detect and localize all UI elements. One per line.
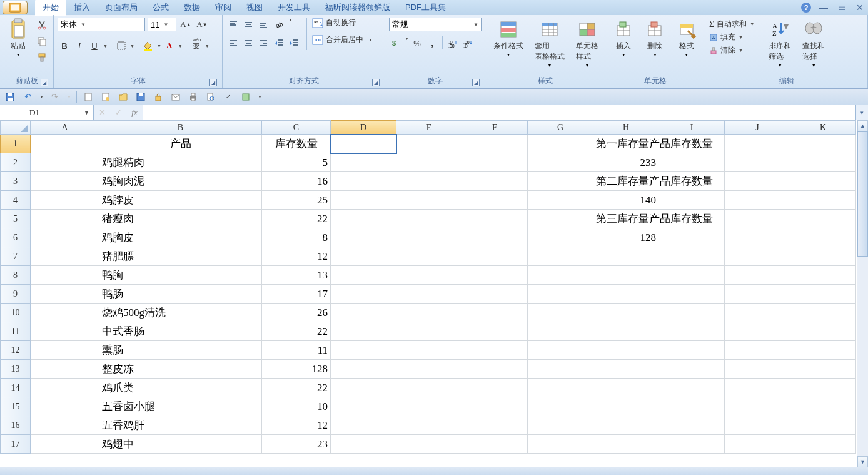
cell-K11[interactable] <box>790 322 856 341</box>
grow-font-button[interactable]: A▲ <box>179 18 193 31</box>
cell-H3[interactable]: 第二库存量产品库存数量 <box>593 172 659 191</box>
help-icon[interactable]: ? <box>801 3 811 13</box>
cell-C7[interactable]: 12 <box>262 247 331 266</box>
tab-页面布局[interactable]: 页面布局 <box>98 0 145 16</box>
cell-D1[interactable] <box>331 135 396 153</box>
cell-I16[interactable] <box>659 416 725 435</box>
cell-K5[interactable] <box>790 210 856 228</box>
align-right-button[interactable] <box>256 36 270 50</box>
cell-G4[interactable] <box>528 191 593 210</box>
row-header-11[interactable]: 11 <box>1 322 31 341</box>
find-select-button[interactable]: 查找和 选择▼ <box>798 18 829 69</box>
cell-I6[interactable] <box>659 228 725 247</box>
cell-H16[interactable] <box>593 416 659 435</box>
align-bottom-button[interactable] <box>256 18 270 31</box>
cell-H7[interactable] <box>593 247 659 266</box>
cell-E2[interactable] <box>396 153 462 172</box>
cell-F7[interactable] <box>462 247 528 266</box>
qat-spellcheck-button[interactable]: ✓ <box>222 91 235 103</box>
cell-D17[interactable] <box>331 435 396 454</box>
cell-C8[interactable]: 13 <box>262 266 331 285</box>
cell-B5[interactable]: 猪瘦肉 <box>99 210 262 228</box>
cell-B16[interactable]: 五香鸡肝 <box>99 416 262 435</box>
tab-开始[interactable]: 开始 <box>35 0 66 16</box>
cell-F10[interactable] <box>462 304 528 322</box>
qat-undo-button[interactable]: ↶ <box>21 91 34 103</box>
accounting-format-button[interactable]: $ <box>389 36 403 50</box>
qat-new-button[interactable] <box>82 91 94 103</box>
cell-K1[interactable] <box>790 135 856 153</box>
cell-G14[interactable] <box>528 379 593 397</box>
cell-K4[interactable] <box>790 191 856 210</box>
cell-G17[interactable] <box>528 435 593 454</box>
qat-save-button[interactable] <box>4 91 16 103</box>
cell-I10[interactable] <box>659 304 725 322</box>
cell-B3[interactable]: 鸡胸肉泥 <box>99 172 262 191</box>
cell-B14[interactable]: 鸡爪类 <box>99 379 262 397</box>
cell-E6[interactable] <box>396 228 462 247</box>
cell-K7[interactable] <box>790 247 856 266</box>
row-header-9[interactable]: 9 <box>1 285 31 304</box>
cell-G6[interactable] <box>528 228 593 247</box>
tab-数据[interactable]: 数据 <box>176 0 208 16</box>
select-all-corner[interactable] <box>1 121 31 135</box>
cell-J11[interactable] <box>725 322 790 341</box>
restore-button[interactable]: ▭ <box>836 3 848 13</box>
cell-K13[interactable] <box>790 360 856 379</box>
cell-G1[interactable] <box>528 135 593 153</box>
cell-styles-button[interactable]: 单元格 样式▼ <box>572 18 603 69</box>
cell-K2[interactable] <box>790 153 856 172</box>
row-header-6[interactable]: 6 <box>1 228 31 247</box>
number-format-combo[interactable]: 常规▼ <box>389 18 482 31</box>
row-header-1[interactable]: 1 <box>1 135 31 153</box>
cell-A13[interactable] <box>31 360 99 379</box>
cell-A1[interactable] <box>31 135 99 153</box>
merge-center-button[interactable]: 合并后居中▼ <box>312 34 373 45</box>
cell-G7[interactable] <box>528 247 593 266</box>
cell-J8[interactable] <box>725 266 790 285</box>
cell-E5[interactable] <box>396 210 462 228</box>
col-header-D[interactable]: D <box>331 121 396 135</box>
cell-J17[interactable] <box>725 435 790 454</box>
bold-button[interactable]: B <box>58 39 71 53</box>
decrease-decimal-button[interactable]: .00.0 <box>461 36 475 50</box>
align-middle-button[interactable] <box>241 18 255 31</box>
conditional-format-button[interactable]: 条件格式▼ <box>489 18 528 59</box>
qat-open-button[interactable] <box>117 91 129 103</box>
cell-E10[interactable] <box>396 304 462 322</box>
cell-A3[interactable] <box>31 172 99 191</box>
sort-filter-button[interactable]: AZ排序和 筛选▼ <box>764 18 795 69</box>
cell-I4[interactable] <box>659 191 725 210</box>
tab-公式[interactable]: 公式 <box>145 0 176 16</box>
cell-B7[interactable]: 猪肥膘 <box>99 247 262 266</box>
format-cells-button[interactable]: 格式▼ <box>672 18 701 59</box>
row-header-8[interactable]: 8 <box>1 266 31 285</box>
cell-A17[interactable] <box>31 435 99 454</box>
cell-B8[interactable]: 鸭胸 <box>99 266 262 285</box>
cell-D7[interactable] <box>331 247 396 266</box>
cell-C5[interactable]: 22 <box>262 210 331 228</box>
cell-H5[interactable]: 第三库存量产品库存数量 <box>593 210 659 228</box>
row-header-2[interactable]: 2 <box>1 153 31 172</box>
col-header-F[interactable]: F <box>462 121 528 135</box>
name-box-input[interactable] <box>0 108 69 118</box>
cancel-formula-button[interactable]: ✕ <box>94 106 110 120</box>
tab-视图[interactable]: 视图 <box>239 0 270 16</box>
cell-I14[interactable] <box>659 379 725 397</box>
cell-H11[interactable] <box>593 322 659 341</box>
cell-K16[interactable] <box>790 416 856 435</box>
cell-A15[interactable] <box>31 397 99 416</box>
row-header-16[interactable]: 16 <box>1 416 31 435</box>
insert-cells-button[interactable]: 插入▼ <box>609 18 638 59</box>
cell-F3[interactable] <box>462 172 528 191</box>
cell-H4[interactable]: 140 <box>593 191 659 210</box>
cell-D12[interactable] <box>331 341 396 360</box>
close-button[interactable]: ✕ <box>854 3 865 13</box>
cell-J10[interactable] <box>725 304 790 322</box>
cell-F6[interactable] <box>462 228 528 247</box>
cell-C9[interactable]: 17 <box>262 285 331 304</box>
col-header-C[interactable]: C <box>262 121 331 135</box>
cell-J6[interactable] <box>725 228 790 247</box>
font-color-button[interactable]: A <box>163 39 176 53</box>
formula-input[interactable] <box>143 105 855 120</box>
